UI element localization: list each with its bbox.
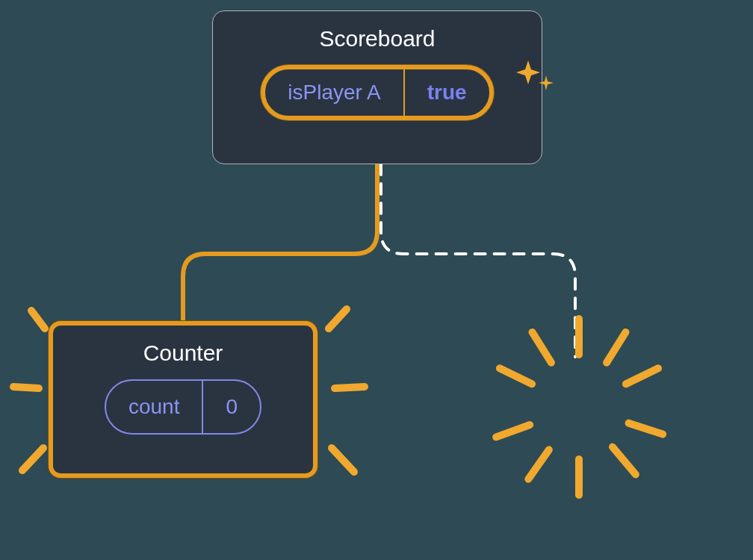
svg-line-9 bbox=[629, 423, 663, 435]
svg-line-15 bbox=[532, 332, 551, 363]
svg-line-2 bbox=[22, 448, 43, 470]
scoreboard-state-value: true bbox=[405, 69, 489, 116]
counter-state-pill: count 0 bbox=[105, 379, 261, 435]
svg-line-5 bbox=[332, 448, 354, 472]
counter-state-value: 0 bbox=[203, 381, 260, 433]
svg-line-1 bbox=[13, 387, 39, 388]
scoreboard-node: Scoreboard isPlayer A true bbox=[212, 10, 542, 164]
counter-node: Counter count 0 bbox=[49, 321, 317, 478]
scoreboard-state-pill: isPlayer A true bbox=[261, 65, 493, 120]
svg-line-7 bbox=[607, 332, 625, 363]
big-burst-icon bbox=[471, 299, 687, 515]
svg-line-0 bbox=[31, 311, 45, 329]
sparkle-icon bbox=[513, 55, 558, 99]
svg-line-8 bbox=[626, 368, 658, 384]
svg-line-3 bbox=[329, 309, 347, 329]
svg-line-14 bbox=[500, 368, 532, 384]
scoreboard-title: Scoreboard bbox=[235, 26, 519, 52]
counter-title: Counter bbox=[75, 340, 291, 366]
svg-line-12 bbox=[528, 449, 549, 479]
scoreboard-state-key: isPlayer A bbox=[265, 69, 405, 116]
counter-state-key: count bbox=[106, 381, 204, 433]
svg-line-4 bbox=[335, 387, 365, 388]
svg-line-10 bbox=[613, 447, 636, 475]
svg-line-13 bbox=[496, 425, 530, 437]
